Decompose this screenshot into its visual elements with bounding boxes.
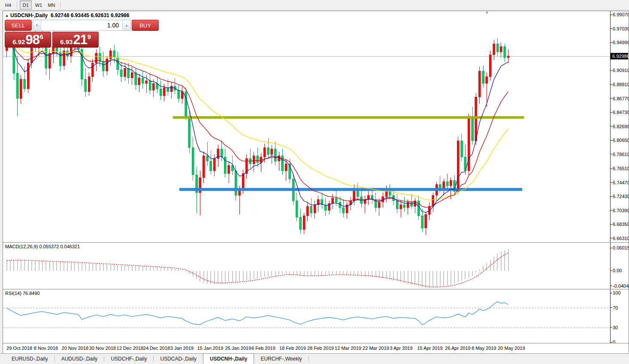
bear-candle: [446, 174, 448, 189]
date-label: 8 Nov 2018: [34, 346, 58, 351]
bear-candle: [296, 193, 298, 221]
volume-input[interactable]: [41, 20, 122, 30]
axis-tick: [611, 168, 612, 169]
sell-price-box[interactable]: 6.92 98 6: [5, 32, 51, 48]
axis-tick: [611, 293, 612, 293]
bear-candle: [403, 197, 405, 212]
bear-candle: [192, 137, 194, 180]
price-axis-label: 6.76510: [613, 166, 629, 171]
bull-candle: [48, 49, 51, 79]
bull-candle: [425, 212, 427, 235]
bull-candle: [109, 48, 112, 66]
volume-decrease-button[interactable]: ▼: [33, 20, 41, 30]
bear-candle: [85, 68, 87, 97]
price-chart-pane: ▲USDCNH-,Daily 6.92748 6.93445 6.92631 6…: [3, 11, 629, 242]
date-label: 3 Apr 2019: [390, 346, 412, 351]
date-label: 15 Jan 2019: [197, 346, 224, 351]
scroll-anchor-icon[interactable]: ▼: [485, 10, 489, 15]
volume-increase-button[interactable]: ▲: [122, 20, 130, 30]
tab-usdcad-daily[interactable]: USDCAD-,Daily: [154, 354, 203, 364]
bull-candle: [253, 152, 255, 172]
axis-tick: [611, 112, 612, 113]
date-label: 3 Jan 2019: [170, 346, 194, 351]
bear-candle: [102, 52, 104, 76]
bear-candle: [210, 150, 212, 175]
toolbar-separator: [60, 1, 60, 9]
bear-candle: [342, 199, 345, 217]
timeframe-button-mn[interactable]: MN: [45, 0, 57, 9]
support-line[interactable]: [179, 188, 522, 191]
price-axis-label: 6.82690: [613, 124, 629, 129]
bull-candle: [306, 202, 308, 222]
rsi-axis-label: 30: [613, 325, 618, 330]
macd-axis: 0.0601590.00-0.040407: [610, 243, 629, 289]
tab-eurusd-daily[interactable]: EURUSD-,Daily: [5, 354, 54, 364]
bear-candle: [281, 149, 284, 175]
bull-candle: [332, 194, 334, 209]
date-label: 18 Feb 2019: [279, 346, 306, 351]
bear-candle: [274, 142, 276, 165]
date-axis: 29 Oct 20188 Nov 201820 Nov 201830 Nov 2…: [3, 343, 629, 354]
macd-pane: MACD(12,26,9) 0.055372 0.046321 0.060159…: [3, 242, 629, 289]
bear-candle: [188, 109, 191, 153]
buy-price-box[interactable]: 6.93 21 9: [52, 32, 99, 48]
bull-candle: [63, 47, 65, 70]
resistance-line[interactable]: [173, 116, 524, 119]
chart-tab-bar: EURUSD-,DailyAUDUSD-,DailyUSDCHF-,DailyU…: [0, 353, 629, 364]
axis-tick: [611, 248, 612, 248]
bear-candle: [335, 190, 337, 206]
bear-candle: [174, 78, 176, 94]
bear-candle: [178, 85, 180, 102]
bull-candle: [364, 196, 366, 213]
tab-usdchf-daily[interactable]: USDCHF-,Daily: [104, 354, 153, 364]
axis-tick: [611, 15, 612, 15]
price-axis-label: 6.68350: [613, 222, 629, 227]
price-axis-label: 6.94990: [613, 40, 629, 45]
buy-button[interactable]: BUY: [132, 20, 159, 31]
bull-candle: [314, 201, 316, 218]
timeframe-button-h4[interactable]: H4: [2, 0, 14, 9]
bear-candle: [472, 107, 474, 145]
bull-candle: [138, 74, 140, 91]
price-axis-label: 6.72430: [613, 194, 629, 199]
sell-button[interactable]: SELL: [5, 20, 32, 31]
price-axis-label: 6.97030: [613, 26, 629, 31]
bear-candle: [59, 45, 61, 71]
date-label: 28 Feb 2019: [307, 346, 334, 351]
axis-tick: [611, 307, 612, 308]
timeframe-button-w1[interactable]: W1: [33, 0, 45, 9]
macd-axis-label: 0.00: [613, 268, 622, 273]
bull-candle: [245, 154, 248, 179]
bull-candle: [478, 67, 481, 104]
axis-tick: [611, 98, 612, 99]
date-label: 20 Nov 2018: [62, 346, 88, 351]
tab-audusd-daily[interactable]: AUDUSD-,Daily: [55, 354, 104, 364]
tab-usdcnh-daily[interactable]: USDCNH-,Daily: [203, 353, 254, 364]
bear-candle: [464, 145, 466, 175]
collapse-arrow-icon[interactable]: ▲: [5, 14, 9, 18]
buy-price-base: 6.93: [60, 38, 73, 45]
bull-candle: [228, 161, 230, 183]
chart-symbol-period: USDCNH-,Daily: [10, 12, 48, 18]
date-label: 29 Oct 2018: [6, 346, 32, 351]
bull-candle: [203, 152, 205, 183]
axis-tick: [611, 140, 612, 141]
date-label: 25 Jan 2019: [225, 346, 251, 351]
bear-candle: [117, 52, 119, 75]
bull-candle: [400, 201, 402, 217]
price-axis: 6.990706.970306.949906.909106.888106.867…: [610, 11, 629, 242]
timeframe-button-d1[interactable]: D1: [20, 0, 32, 9]
tab-eurchf-weekly[interactable]: EURCHF-,Weekly: [254, 354, 308, 364]
bull-candle: [271, 145, 273, 164]
buy-price-big: 21: [73, 33, 87, 46]
date-label: 15 Apr 2019: [417, 346, 442, 351]
bear-candle: [421, 209, 423, 232]
bull-candle: [163, 84, 165, 101]
date-label: 12 Dec 2018: [117, 346, 143, 351]
price-axis-label: 6.78610: [613, 152, 629, 157]
price-axis-label: 6.66310: [613, 236, 629, 241]
sell-price-pip: 6: [40, 33, 43, 40]
chart-ohlc-values: 6.92748 6.93445 6.92631 6.92986: [51, 12, 130, 18]
axis-tick: [611, 154, 612, 154]
rsi-axis-label: 100: [613, 290, 620, 295]
